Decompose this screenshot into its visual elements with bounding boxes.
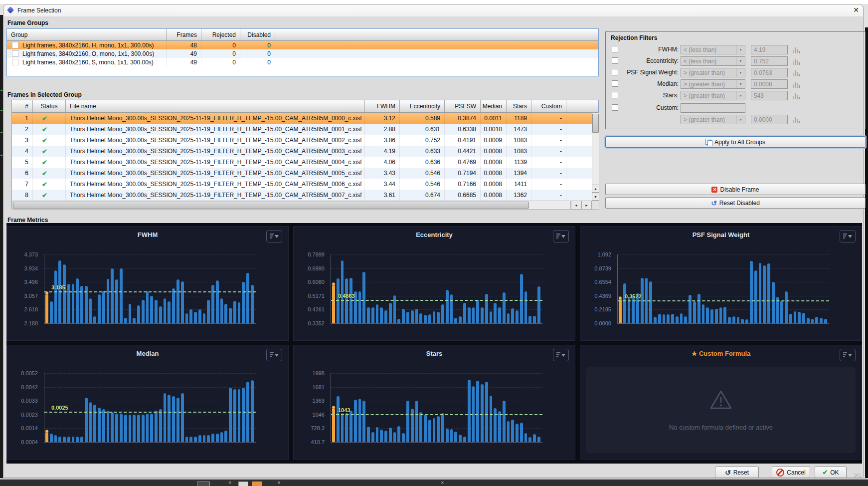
chart-bar[interactable] bbox=[362, 401, 365, 442]
chart-bar[interactable] bbox=[723, 307, 726, 323]
chart-bar[interactable] bbox=[233, 389, 236, 442]
chart-bar[interactable] bbox=[780, 301, 783, 323]
chart-bar[interactable] bbox=[516, 310, 519, 323]
chart-bar[interactable] bbox=[67, 284, 70, 323]
chart-bar[interactable] bbox=[406, 312, 409, 323]
filter-checkbox[interactable] bbox=[612, 92, 618, 98]
chart-bar[interactable] bbox=[341, 413, 344, 442]
column-header-stars[interactable]: Stars bbox=[507, 100, 531, 112]
chart-bar[interactable] bbox=[402, 433, 405, 442]
chart-bar[interactable] bbox=[498, 307, 501, 323]
menu-item-script[interactable]: SCRIPT bbox=[257, 0, 281, 1]
chart-bar-selected[interactable] bbox=[45, 432, 48, 442]
filter-value-input[interactable]: 4.19 bbox=[751, 45, 788, 54]
taskbar-close-icon[interactable]: ✕ bbox=[441, 481, 444, 485]
chart-bar[interactable] bbox=[63, 437, 66, 443]
ok-button[interactable]: ✔ OK bbox=[815, 467, 847, 478]
chart-bar[interactable] bbox=[155, 300, 158, 323]
chart-bar[interactable] bbox=[503, 292, 506, 323]
chart-bar[interactable] bbox=[433, 311, 436, 323]
chart-bar[interactable] bbox=[137, 415, 140, 442]
chart-bar[interactable] bbox=[220, 298, 223, 323]
filter-checkbox[interactable] bbox=[612, 80, 618, 87]
menu-item-resources[interactable]: RESOURCES bbox=[408, 0, 450, 1]
chart-bar[interactable] bbox=[689, 295, 692, 323]
chart-bar[interactable] bbox=[224, 431, 227, 442]
filter-operator-select[interactable]: > (greater than)▼ bbox=[681, 115, 745, 124]
disable-frame-button[interactable]: ✕ Disable Frame bbox=[605, 184, 866, 195]
chart-bar[interactable] bbox=[459, 435, 462, 442]
chart-bar[interactable] bbox=[337, 396, 340, 442]
chart-bar[interactable] bbox=[428, 420, 431, 442]
chart-bar[interactable] bbox=[198, 309, 201, 323]
chart-bar[interactable] bbox=[107, 279, 110, 323]
chart-bar[interactable] bbox=[503, 401, 506, 442]
chart-bar[interactable] bbox=[472, 307, 475, 323]
chart-bar[interactable] bbox=[358, 291, 361, 323]
chart-bar[interactable] bbox=[741, 319, 744, 323]
table-row[interactable]: 2✔Thors Helmet Mono_300.00s_SESSION_2025… bbox=[12, 124, 598, 135]
chart-bar[interactable] bbox=[463, 437, 466, 442]
chart-bar[interactable] bbox=[380, 430, 383, 442]
chart-bar[interactable] bbox=[463, 303, 466, 323]
chart-bar[interactable] bbox=[63, 264, 66, 323]
chart-bar[interactable] bbox=[124, 318, 127, 323]
table-row[interactable]: 3✔Thors Helmet Mono_300.00s_SESSION_2025… bbox=[12, 135, 598, 146]
chart-bar[interactable] bbox=[341, 260, 344, 323]
chart-bar[interactable] bbox=[785, 291, 788, 323]
chart-bar[interactable] bbox=[98, 408, 101, 442]
chart-bar[interactable] bbox=[441, 413, 444, 442]
chart-bar[interactable] bbox=[89, 298, 92, 323]
chart-bar[interactable] bbox=[172, 396, 175, 442]
chart-bar[interactable] bbox=[533, 316, 536, 323]
chart-bar-selected[interactable] bbox=[619, 299, 622, 323]
chart-menu-icon[interactable] bbox=[553, 349, 569, 361]
chart-bar[interactable] bbox=[815, 317, 818, 323]
chart-bar[interactable] bbox=[93, 405, 96, 442]
chart-bar[interactable] bbox=[189, 309, 192, 323]
chart-bar[interactable] bbox=[251, 285, 254, 323]
chart-bar[interactable] bbox=[798, 312, 801, 323]
chart-bar[interactable] bbox=[76, 437, 79, 443]
taskbar-window-thumb[interactable] bbox=[238, 482, 248, 486]
chart-bar[interactable] bbox=[176, 279, 179, 323]
chart-bar[interactable] bbox=[537, 437, 540, 442]
chart-bar[interactable] bbox=[759, 263, 762, 323]
chart-menu-icon[interactable] bbox=[840, 230, 856, 243]
chart-bar[interactable] bbox=[520, 274, 523, 323]
chart-bar[interactable] bbox=[745, 319, 748, 323]
chart-bar[interactable] bbox=[402, 309, 405, 323]
chart-bar[interactable] bbox=[85, 398, 88, 442]
chart-bar[interactable] bbox=[168, 395, 171, 442]
chart-bar[interactable] bbox=[111, 412, 114, 442]
chart-bar[interactable] bbox=[481, 307, 484, 323]
chart-bar[interactable] bbox=[233, 301, 236, 323]
chart-bar[interactable] bbox=[146, 291, 149, 323]
chart-bar[interactable] bbox=[198, 435, 201, 442]
chart-bar[interactable] bbox=[354, 400, 357, 442]
chart-menu-icon[interactable] bbox=[266, 230, 282, 243]
chart-bar[interactable] bbox=[693, 301, 696, 323]
column-header-custom[interactable]: Custom bbox=[531, 100, 566, 112]
menu-item-preview[interactable]: PREVIEW bbox=[120, 0, 150, 1]
vertical-scrollbar-thumb[interactable] bbox=[592, 114, 599, 133]
chart-bar[interactable] bbox=[468, 380, 471, 442]
chart-bar[interactable] bbox=[176, 398, 179, 442]
chart-bar[interactable] bbox=[159, 306, 162, 323]
chart-bar[interactable] bbox=[476, 381, 479, 442]
chart-bar[interactable] bbox=[172, 288, 175, 323]
chart-bar[interactable] bbox=[102, 409, 105, 442]
column-header--[interactable]: # bbox=[12, 100, 33, 112]
chart-bar[interactable] bbox=[358, 399, 361, 442]
group-row[interactable]: Light frames, 3840x2160, H, mono, 1x1, 3… bbox=[7, 41, 598, 49]
histogram-icon[interactable] bbox=[793, 115, 802, 123]
column-header-eccentricity[interactable]: Eccentricity bbox=[400, 100, 445, 112]
chart-bar[interactable] bbox=[72, 437, 75, 443]
apply-to-all-groups-button[interactable]: Apply to All Groups bbox=[605, 136, 866, 148]
chart-bar[interactable] bbox=[623, 283, 626, 323]
filter-value-input[interactable]: 543 bbox=[751, 91, 788, 100]
chart-bar[interactable] bbox=[129, 415, 132, 442]
chart-bar[interactable] bbox=[115, 414, 118, 443]
menu-item-window[interactable]: WINDOW bbox=[361, 0, 389, 1]
chart-bar[interactable] bbox=[437, 416, 440, 442]
